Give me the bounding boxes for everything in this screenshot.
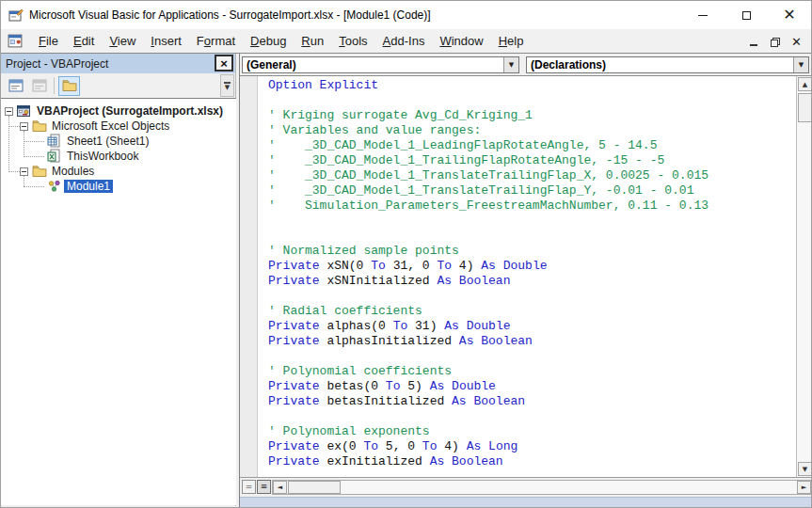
tree-item-microsoft-excel-objects[interactable]: Microsoft Excel Objects [1,119,236,134]
code-line: ' _3D_CAD_Model_1_TrailingFlapRotateAngl… [268,153,796,168]
minimize-button[interactable] [681,1,724,29]
code-line: ' _3D_CAD_Model_1_LeadingFlapRotateAngle… [268,138,796,153]
chevron-down-icon[interactable]: ▼ [793,57,808,72]
maximize-button[interactable] [724,1,768,29]
maximize-icon [742,11,751,20]
tree-item-label: Microsoft Excel Objects [49,119,172,133]
menu-window[interactable]: Window [432,29,490,53]
view-code-icon [8,79,24,93]
horizontal-scroll-thumb[interactable] [288,481,341,494]
project-panel-toolbar: ▼ [1,73,235,98]
scroll-right-button[interactable]: ► [797,481,811,494]
code-editor[interactable]: Option Explicit ' Kriging surrogate Avg_… [259,76,796,477]
tree-item-thisworkbook[interactable]: ThisWorkbook [1,149,236,164]
tree-item-label: Modules [49,165,97,178]
menu-help[interactable]: Help [491,29,532,53]
view-code-button[interactable] [5,76,26,96]
code-line: ' _3D_CAD_Model_1_TranslateTrailingFlap_… [268,168,796,183]
vertical-scrollbar[interactable]: ▲ ▼ [796,76,812,477]
code-line: ' Normalized sample points [268,244,796,259]
vertical-scroll-thumb[interactable] [798,93,812,122]
code-line: ' Simulation_Parameters_FreestreamMachNu… [268,198,796,214]
object-dropdown-value: (General) [247,57,296,72]
code-body: Option Explicit ' Kriging surrogate Avg_… [240,76,812,477]
menu-edit[interactable]: Edit [66,29,102,53]
child-close-button[interactable]: ✕ [788,34,805,49]
child-restore-button[interactable] [766,34,784,49]
menu-debug[interactable]: Debug [243,29,294,53]
project-explorer-panel: Project - VBAProject × [1,54,236,506]
child-close-icon: ✕ [791,35,802,49]
child-window-icon[interactable] [8,34,24,48]
project-panel-header: Project - VBAProject × [1,54,235,73]
collapse-icon[interactable] [20,122,28,131]
tree-item-vbaproject-surrogateimport-xlsx[interactable]: VBAProject (SurrogateImport.xlsx) [1,103,236,119]
menu-tools[interactable]: Tools [331,29,374,53]
project-panel-close-button[interactable]: × [215,55,233,71]
horizontal-scrollbar-row: = ≡ ◄ ► [240,477,812,497]
window-title: Microsoft Visual Basic for Applications … [29,8,431,22]
menu-format[interactable]: Format [189,29,243,53]
code-line [268,409,796,424]
horizontal-scrollbar[interactable]: ◄ ► [272,480,812,495]
menu-insert[interactable]: Insert [143,29,189,53]
toolbar-overflow-button[interactable]: ▼ [220,74,234,97]
collapse-icon[interactable] [5,107,13,116]
code-line: Option Explicit [268,78,796,93]
title-bar: Microsoft Visual Basic for Applications … [1,1,811,29]
code-line: ' Polynomial exponents [268,424,796,439]
workbook-icon [47,149,62,164]
menu-addins[interactable]: Add-Ins [375,29,433,53]
view-object-button[interactable] [28,76,50,96]
procedure-dropdown-value: (Declarations) [531,57,606,72]
code-line: ' Radial coefficients [268,304,796,319]
full-module-view-button[interactable]: ≡ [257,480,271,494]
menu-bar: FileEditViewInsertFormatDebugRunToolsAdd… [1,29,811,54]
child-minimize-button[interactable] [744,34,762,49]
module-icon [47,179,62,194]
scroll-left-button[interactable]: ◄ [273,481,287,494]
folder-icon [32,164,47,179]
procedure-dropdown[interactable]: (Declarations) ▼ [526,56,809,73]
child-restore-icon [771,38,780,47]
code-line [268,229,796,244]
menu-run[interactable]: Run [294,29,331,53]
menu-view[interactable]: View [102,29,143,53]
code-line: Private ex(0 To 5, 0 To 4) As Long [268,439,796,454]
code-line: ' Variables and value ranges: [268,123,796,138]
scroll-up-button[interactable]: ▲ [798,77,812,91]
collapse-icon[interactable] [20,167,28,176]
tree-item-label: VBAProject (SurrogateImport.xlsx) [34,104,226,118]
object-dropdown[interactable]: (General) ▼ [242,56,519,73]
view-object-icon [32,79,47,93]
toggle-folders-button[interactable] [58,76,80,96]
minimize-icon [698,15,708,16]
menu-items: FileEditViewInsertFormatDebugRunToolsAdd… [31,29,531,53]
code-combo-row: (General) ▼ (Declarations) ▼ [240,54,812,76]
project-icon [17,103,32,119]
code-line: Private alphas(0 To 31) As Double [268,319,796,334]
code-line: ' _3D_CAD_Model_1_TranslateTrailingFlap_… [268,183,796,198]
tree-item-modules[interactable]: Modules [1,164,236,179]
code-line: Private betas(0 To 5) As Double [268,379,796,394]
menu-file[interactable]: File [31,29,66,53]
toolbar-separator [54,77,55,94]
close-button[interactable]: ✕ [768,1,811,29]
breakpoint-margin[interactable] [240,76,258,477]
code-line: Private xSN(0 To 31, 0 To 4) As Double [268,259,796,274]
tree-item-label: Module1 [64,180,113,193]
tree-item-module1[interactable]: Module1 [1,179,236,194]
scroll-down-button[interactable]: ▼ [798,462,812,476]
tree-item-sheet1-sheet1[interactable]: Sheet1 (Sheet1) [1,134,236,149]
project-panel-title: Project - VBAProject [6,57,108,71]
docked-window-edge [240,497,812,508]
child-minimize-icon [750,44,757,46]
code-line: Private alphasInitialized As Boolean [268,334,796,349]
project-tree: VBAProject (SurrogateImport.xlsx)Microso… [1,98,236,505]
chevron-down-icon[interactable]: ▼ [503,57,518,72]
code-line: Private exInitialized As Boolean [268,454,796,469]
procedure-view-button[interactable]: = [242,480,256,494]
tree-item-label: ThisWorkbook [64,150,141,163]
caption-buttons: ✕ [681,1,811,29]
tree-item-label: Sheet1 (Sheet1) [64,135,151,148]
